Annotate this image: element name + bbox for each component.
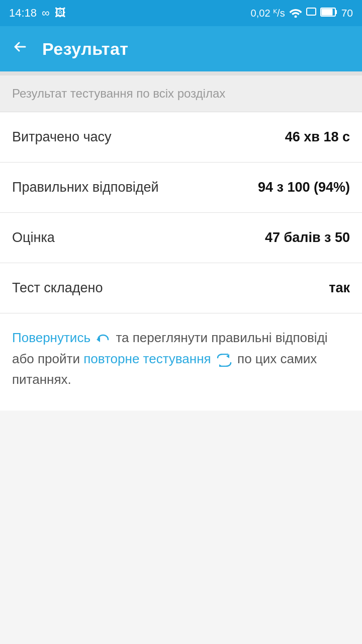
status-bar: 14:18 ∞ 🖼 0,02 ᴷ/s 70: [0, 0, 362, 26]
svg-rect-4: [335, 10, 337, 14]
page-title: Результат: [42, 39, 128, 59]
battery-percent: 70: [341, 7, 353, 19]
network-speed: 0,02 ᴷ/s: [251, 7, 285, 19]
status-right: 0,02 ᴷ/s 70: [251, 7, 353, 20]
wifi-icon: [289, 7, 302, 20]
status-time: 14:18: [9, 7, 37, 20]
status-left: 14:18 ∞ 🖼: [9, 7, 66, 20]
svg-rect-5: [321, 9, 332, 15]
row-label-correct: Правильних відповідей: [12, 180, 159, 195]
signal-icon: [306, 7, 316, 20]
results-content: Витрачено часу 46 хв 18 с Правильних від…: [0, 112, 362, 313]
footer-section: Повернутись та переглянути правильні від…: [0, 313, 362, 411]
top-divider: [0, 71, 362, 75]
svg-rect-1: [307, 8, 316, 15]
row-value-time: 46 хв 18 с: [285, 129, 350, 145]
table-row: Оцінка 47 балів з 50: [0, 213, 362, 263]
row-label-time: Витрачено часу: [12, 129, 112, 145]
row-value-correct: 94 з 100 (94%): [258, 180, 350, 195]
table-row: Тест складено так: [0, 263, 362, 313]
back-icon: [94, 329, 112, 348]
table-row: Витрачено часу 46 хв 18 с: [0, 112, 362, 163]
app-bar: Результат: [0, 26, 362, 71]
row-label-grade: Оцінка: [12, 230, 55, 246]
svg-marker-8: [219, 364, 222, 367]
table-row: Правильних відповідей 94 з 100 (94%): [0, 163, 362, 213]
row-label-passed: Тест складено: [12, 280, 103, 296]
back-button[interactable]: [12, 38, 28, 59]
infinity-icon: ∞: [42, 7, 50, 20]
retry-link[interactable]: повторне тестування: [83, 351, 211, 366]
section-header-text: Результат тестування по всіх розділах: [12, 87, 225, 100]
row-value-passed: так: [329, 280, 350, 296]
battery-icon: [320, 8, 337, 19]
row-value-grade: 47 балів з 50: [265, 230, 350, 246]
return-link[interactable]: Повернутись: [12, 330, 90, 345]
section-header: Результат тестування по всіх розділах: [0, 75, 362, 112]
svg-point-0: [294, 15, 297, 18]
repeat-icon: [215, 350, 234, 369]
image-icon: 🖼: [55, 7, 66, 20]
